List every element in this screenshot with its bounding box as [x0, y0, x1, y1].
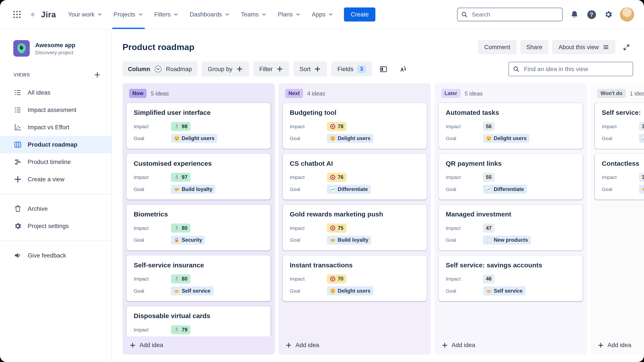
gear-icon: [14, 222, 22, 230]
idea-card[interactable]: Budgeting tool Impact 78 Goal Delight us…: [283, 103, 427, 149]
goal-label: Goal: [446, 288, 483, 294]
impact-label: Impact: [602, 124, 639, 129]
column-field-selector[interactable]: Column Roadmap: [122, 61, 197, 76]
find-idea-input[interactable]: [508, 61, 633, 76]
nav-teams[interactable]: Teams: [236, 0, 272, 29]
user-avatar[interactable]: [620, 7, 634, 21]
view-toolbar: Column Roadmap Group by Filter Sort: [112, 54, 644, 77]
idea-title: Budgeting tool: [290, 109, 420, 117]
goal-badge: Differentiate: [483, 185, 527, 194]
chevron-down-icon: [97, 12, 103, 17]
column-status-badge: Next: [285, 89, 303, 98]
idea-card[interactable]: Self service: Impact 36 Goal: [595, 103, 644, 149]
idea-card[interactable]: Gold rewards marketing push Impact 75 Go…: [283, 205, 427, 250]
global-search-input[interactable]: [457, 7, 563, 21]
nav-projects[interactable]: Projects: [108, 0, 149, 29]
create-button[interactable]: Create: [344, 7, 375, 21]
add-idea-button[interactable]: Add idea: [590, 336, 644, 355]
page-title: Product roadmap: [122, 42, 194, 52]
share-button[interactable]: Share: [520, 40, 548, 54]
comment-button[interactable]: Comment: [478, 40, 516, 54]
idea-card[interactable]: Managed investment Impact 47 Goal New pr…: [439, 205, 583, 250]
insert-column-icon: [379, 65, 388, 74]
fields-button[interactable]: Fields 3: [331, 61, 372, 76]
goal-badge: Self service: [171, 286, 213, 295]
goal-badge: Build loyalty: [327, 236, 371, 245]
sidebar-item-all-ideas[interactable]: All ideas: [0, 84, 111, 101]
impact-label: Impact: [290, 276, 327, 282]
goal-badge: Self service: [483, 286, 526, 295]
sidebar-item-archive[interactable]: Archive: [0, 200, 111, 217]
add-view-button[interactable]: [92, 70, 102, 80]
sidebar-item-product-timeline[interactable]: Product timeline: [0, 153, 111, 171]
impact-emoji-icon: [174, 124, 180, 129]
nav-your-work[interactable]: Your work: [63, 0, 108, 29]
nav-filters[interactable]: Filters: [149, 0, 184, 29]
chevron-down-icon: [328, 12, 334, 17]
goal-label: Goal: [446, 237, 483, 243]
help-button[interactable]: [586, 9, 597, 20]
idea-card[interactable]: Self-service insurance Impact 80 Goal Se…: [127, 255, 271, 301]
impact-label: Impact: [134, 225, 171, 231]
impact-label: Impact: [290, 174, 327, 180]
impact-badge: 46: [483, 274, 495, 283]
add-idea-button[interactable]: Add idea: [278, 336, 431, 355]
impact-label: Impact: [602, 174, 639, 180]
chevron-down-icon: [224, 12, 230, 17]
sort-button[interactable]: Sort: [293, 61, 327, 76]
column-status-badge: Now: [129, 89, 147, 98]
column-cards: Self service: Impact 36 Goal Contactless…: [590, 102, 644, 336]
nav-apps[interactable]: Apps: [306, 0, 339, 29]
sidebar-item-impact-assesment[interactable]: Impact assesment: [0, 101, 111, 119]
add-idea-button[interactable]: Add idea: [122, 336, 275, 355]
idea-title: Self-service insurance: [134, 261, 264, 270]
board-column-next: Next 4 ideas Budgeting tool Impact 78 Go…: [278, 83, 431, 355]
chevron-down-icon: [173, 12, 179, 17]
column-cards: Automated tasks Impact 56 Goal Delight u…: [435, 102, 587, 336]
goal-badge: [639, 185, 644, 194]
impact-label: Impact: [134, 327, 171, 333]
idea-card[interactable]: Simplified user interface Impact 98 Goal…: [127, 103, 271, 149]
impact-emoji-icon: [174, 225, 180, 231]
screen: Jira Your work Projects Filters Dashboar…: [0, 0, 644, 362]
primary-nav: Your work Projects Filters Dashboards Te…: [63, 0, 339, 29]
expand-view-button[interactable]: [619, 40, 633, 54]
grid-icon: [12, 9, 22, 19]
idea-title: Contactless: [602, 160, 644, 168]
sidebar-item-impact-vs-effort[interactable]: Impact vs Effort: [0, 119, 111, 136]
idea-title: Simplified user interface: [134, 109, 264, 117]
nav-plans[interactable]: Plans: [272, 0, 306, 29]
timeline-icon: [14, 158, 22, 166]
nav-dashboards[interactable]: Dashboards: [184, 0, 236, 29]
card-layout-button[interactable]: [376, 61, 391, 76]
sidebar-item-project-settings[interactable]: Project settings: [0, 217, 111, 235]
idea-card[interactable]: Instant transactions Impact 70 Goal Deli…: [283, 255, 427, 301]
idea-card[interactable]: Biometrics Impact 80 Goal Security: [127, 205, 271, 250]
filter-button[interactable]: Filter: [253, 61, 289, 76]
group-by-button[interactable]: Group by: [202, 61, 249, 76]
jira-logo[interactable]: Jira: [27, 9, 56, 20]
about-this-view-button[interactable]: About this view: [552, 40, 616, 54]
idea-card[interactable]: QR payment links Impact 55 Goal Differen…: [439, 154, 583, 199]
idea-title: QR payment links: [446, 160, 576, 168]
board-column-now: Now 5 ideas Simplified user interface Im…: [122, 83, 275, 355]
idea-card[interactable]: Self service: savings accounts Impact 46…: [439, 255, 583, 301]
settings-button[interactable]: [603, 9, 614, 20]
top-navigation-bar: Jira Your work Projects Filters Dashboar…: [0, 0, 644, 29]
sidebar-item-product-roadmap[interactable]: Product roadmap: [0, 136, 111, 153]
app-switcher-button[interactable]: [10, 7, 24, 21]
sidebar-item-create-a-view[interactable]: Create a view: [0, 171, 111, 188]
idea-card[interactable]: CS chatbot AI Impact 76 Goal Differentia…: [283, 154, 427, 199]
idea-card[interactable]: Disposable virtual cards Impact 79: [127, 306, 271, 336]
impact-badge: 98: [171, 122, 190, 131]
auto-sort-button[interactable]: [395, 61, 410, 76]
idea-card[interactable]: Customised experiences Impact 97 Goal Bu…: [127, 154, 271, 199]
idea-card[interactable]: Automated tasks Impact 56 Goal Delight u…: [439, 103, 583, 149]
chevron-circle-icon: [154, 65, 162, 73]
idea-card[interactable]: Contactless Impact 30 Goal: [595, 154, 644, 199]
add-idea-button[interactable]: Add idea: [435, 336, 587, 355]
idea-title: Biometrics: [134, 210, 264, 219]
sidebar-item-give-feedback[interactable]: Give feedback: [0, 247, 111, 264]
project-type: Discovery project: [35, 49, 76, 55]
notifications-button[interactable]: [569, 9, 580, 20]
